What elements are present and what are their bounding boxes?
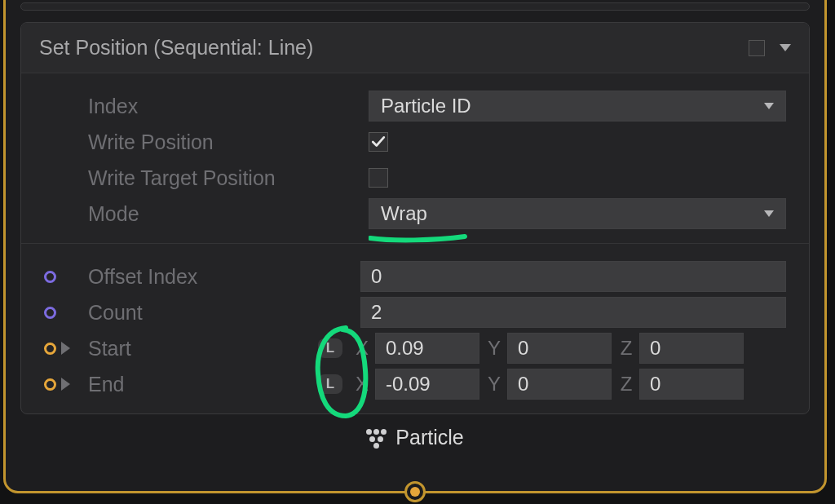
start-x-field[interactable]: 0.09 [375, 333, 479, 364]
label-end: End [85, 373, 313, 396]
start-y-field[interactable]: 0 [507, 333, 612, 364]
mode-dropdown-value: Wrap [381, 202, 427, 225]
write-position-checkbox[interactable] [369, 132, 388, 152]
space-badge-end[interactable]: L [318, 374, 342, 394]
dropdown-chevron-icon [764, 103, 774, 109]
port-icon[interactable] [44, 343, 56, 355]
particle-icon [366, 429, 387, 447]
end-x-field[interactable]: -0.09 [375, 369, 479, 400]
properties-section: Index Particle ID Write Position [21, 73, 809, 243]
axis-y-label: Y [486, 337, 502, 360]
row-offset-index: Offset Index 0 [44, 259, 786, 294]
axis-z-label: Z [618, 373, 634, 396]
label-mode: Mode [85, 202, 362, 226]
row-mode: Mode Wrap [44, 196, 786, 232]
block-enable-checkbox[interactable] [749, 40, 765, 56]
space-badge-start[interactable]: L [318, 338, 342, 358]
row-write-position: Write Position [44, 124, 786, 160]
vfx-node-frame: Set Position (Sequential: Line) Index Pa… [3, 0, 827, 493]
node-footer: Particle [20, 414, 810, 454]
port-icon[interactable] [44, 271, 56, 283]
end-z-field[interactable]: 0 [639, 369, 744, 400]
chevron-down-icon[interactable] [780, 44, 791, 51]
end-y-field[interactable]: 0 [507, 369, 612, 400]
offset-index-field[interactable]: 0 [360, 261, 786, 292]
start-z-field[interactable]: 0 [639, 333, 744, 364]
inputs-section: Offset Index 0 Count 2 Start L [21, 243, 809, 413]
index-dropdown[interactable]: Particle ID [369, 91, 786, 122]
footer-label: Particle [395, 426, 463, 449]
count-field[interactable]: 2 [360, 297, 786, 328]
axis-y-label: Y [486, 373, 502, 396]
port-icon[interactable] [44, 307, 56, 319]
write-target-position-checkbox[interactable] [369, 168, 388, 188]
axis-z-label: Z [618, 337, 634, 360]
label-count: Count [85, 301, 354, 325]
dropdown-chevron-icon [764, 210, 774, 217]
row-start: Start L X 0.09 Y 0 Z 0 [44, 330, 786, 366]
block-title: Set Position (Sequential: Line) [39, 36, 749, 60]
axis-x-label: X [354, 373, 370, 396]
label-write-position: Write Position [85, 130, 362, 154]
label-offset-index: Offset Index [85, 265, 354, 289]
block-header[interactable]: Set Position (Sequential: Line) [21, 23, 809, 73]
label-index: Index [85, 95, 362, 118]
set-position-block: Set Position (Sequential: Line) Index Pa… [20, 22, 810, 414]
port-icon[interactable] [44, 378, 56, 391]
mode-dropdown[interactable]: Wrap [369, 198, 786, 229]
check-icon [371, 135, 386, 149]
axis-x-label: X [354, 337, 370, 360]
index-dropdown-value: Particle ID [381, 95, 471, 117]
label-start: Start [85, 337, 313, 360]
expand-triangle-icon[interactable] [61, 342, 70, 355]
label-write-target-position: Write Target Position [85, 166, 362, 190]
previous-block-bottom [20, 2, 810, 11]
node-output-port[interactable] [404, 481, 426, 502]
row-write-target-position: Write Target Position [44, 160, 786, 196]
row-count: Count 2 [44, 294, 786, 330]
expand-triangle-icon[interactable] [61, 378, 70, 391]
row-end: End L X -0.09 Y 0 Z 0 [44, 366, 786, 402]
row-index: Index Particle ID [44, 88, 786, 124]
